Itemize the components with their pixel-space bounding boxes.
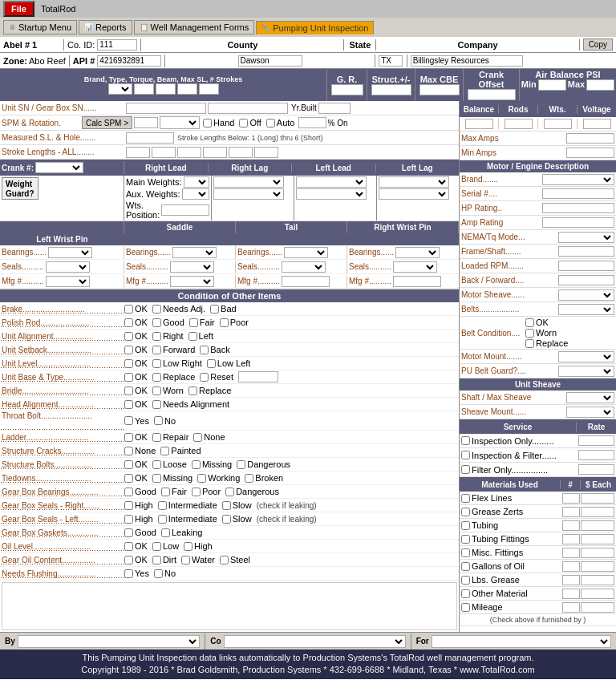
wts-col4-select[interactable] [379,176,449,188]
amp-rating-input[interactable] [542,217,614,228]
co-id-input[interactable] [97,39,137,51]
gbs-r-int[interactable]: Intermediate [158,500,217,510]
tubing-fittings-num[interactable] [562,534,580,544]
flex-lines-check[interactable]: Flex Lines [461,493,562,503]
bolts-ok[interactable]: OK [124,459,148,469]
tab-startup[interactable]: 🖥 Startup Menu [3,20,77,34]
tail-seals-select[interactable] [170,261,214,273]
misc-fittings-each[interactable] [581,548,614,558]
level-low-left[interactable]: Low Left [207,358,251,368]
min-amps-input[interactable] [566,148,614,158]
brand-select[interactable] [542,174,614,185]
grease-zerts-each[interactable] [581,507,614,517]
ladder-repair[interactable]: Repair [152,432,188,442]
tie-broken[interactable]: Broken [245,473,283,483]
base-reset[interactable]: Reset [200,372,233,382]
ladder-none[interactable]: None [193,432,225,442]
oil-ok[interactable]: OK [124,541,148,551]
grease-zerts-check[interactable]: Grease Zerts [461,507,562,516]
tie-ok[interactable]: OK [124,473,148,483]
base-replace[interactable]: Replace [152,372,195,382]
goc-ok[interactable]: OK [124,555,148,565]
saddle-bearings-select[interactable] [48,247,92,258]
by-select[interactable] [18,635,201,648]
gbs-l-high[interactable]: High [124,514,153,524]
state-input[interactable] [379,55,403,67]
grease-zerts-num[interactable] [562,507,580,517]
nema-select[interactable] [558,232,614,243]
wts-pos-input[interactable] [161,204,209,216]
sl3[interactable] [177,147,201,158]
gear-box-sn-input[interactable] [208,103,288,114]
bolts-loose[interactable]: Loose [152,459,187,469]
rotation-select[interactable] [160,116,200,129]
sl6[interactable] [254,147,278,158]
oil-low[interactable]: Low [152,541,179,551]
misc-fittings-check[interactable]: Misc. Fittings [461,548,562,557]
tie-working[interactable]: Working [197,473,240,483]
company-input[interactable] [411,55,523,67]
insp-only-check[interactable]: Inspection Only......... [461,436,578,446]
tubing-fittings-check[interactable]: Tubing Fittings [461,534,562,544]
back-fwd-input[interactable] [558,275,614,285]
belts-select[interactable] [558,304,614,315]
rwp-mfg-input[interactable] [282,276,330,287]
motor-mount-select[interactable] [558,351,614,362]
gbg-good[interactable]: Good [124,528,156,537]
gb-bear-poor[interactable]: Poor [192,487,221,496]
other-material-num[interactable] [562,589,580,599]
tubing-check[interactable]: Tubing [461,520,562,530]
wts-col2-select2[interactable] [213,188,284,200]
measured-sl-input[interactable] [126,132,174,144]
mileage-num[interactable] [562,602,580,613]
base-ok[interactable]: OK [124,372,148,382]
sheave-mount-select[interactable] [566,407,614,418]
polish-ok[interactable]: OK [124,318,148,327]
other-material-each[interactable] [581,589,614,599]
head-needs-align[interactable]: Needs Alignment [152,399,229,409]
setback-ok[interactable]: OK [124,345,148,354]
sl2[interactable] [152,147,176,158]
tail-mfg-select[interactable] [170,276,214,287]
copy-button[interactable]: Copy [583,38,613,51]
tail-bearings-select[interactable] [172,247,217,258]
sl5[interactable] [229,147,253,158]
hand-check[interactable]: Hand [203,118,234,127]
filter-only-rate[interactable] [578,464,614,475]
rods-input[interactable] [505,119,533,129]
saddle-mfg-select[interactable] [46,276,90,287]
filter-only-check[interactable]: Filter Only............... [461,465,578,475]
insp-only-rate[interactable] [578,435,614,446]
balance-input[interactable] [465,119,493,129]
gbg-leaking[interactable]: Leaking [161,528,203,537]
bridle-replace[interactable]: Replace [188,386,231,395]
lwp-seals-select[interactable] [393,261,437,273]
hp-input[interactable] [542,203,614,213]
insp-filter-check[interactable]: Inspection & Filter...... [461,451,578,460]
setback-forward[interactable]: Forward [152,345,195,354]
belt-replace[interactable]: Replace [525,338,568,348]
main-wts-select1[interactable] [184,176,210,188]
throat-yes[interactable]: Yes [124,416,149,426]
brake-needs-adj[interactable]: Needs Adj. [152,304,205,314]
rwp-bearings-select[interactable] [284,247,328,258]
ladder-ok[interactable]: OK [124,432,148,442]
county-input[interactable] [238,55,302,67]
mileage-each[interactable] [581,602,614,613]
gb-bear-dangerous[interactable]: Dangerous [225,487,279,496]
flush-yes[interactable]: Yes [124,569,149,578]
level-ok[interactable]: OK [124,358,148,368]
tubing-fittings-each[interactable] [581,534,614,544]
bolts-dangerous[interactable]: Dangerous [237,459,290,469]
throat-no[interactable]: No [154,416,176,426]
gbs-l-slow[interactable]: Slow [222,514,252,524]
lwp-bearings-select[interactable] [395,247,440,258]
mileage-check[interactable]: Mileage [461,602,562,612]
unit-sn-input[interactable] [126,103,206,114]
setback-back[interactable]: Back [200,345,229,354]
wts-col3-select[interactable] [296,176,367,188]
tab-reports[interactable]: 📊 Reports [79,20,132,34]
cracks-none[interactable]: None [124,446,156,455]
lbs-grease-num[interactable] [562,575,580,585]
lbs-grease-each[interactable] [581,575,614,585]
